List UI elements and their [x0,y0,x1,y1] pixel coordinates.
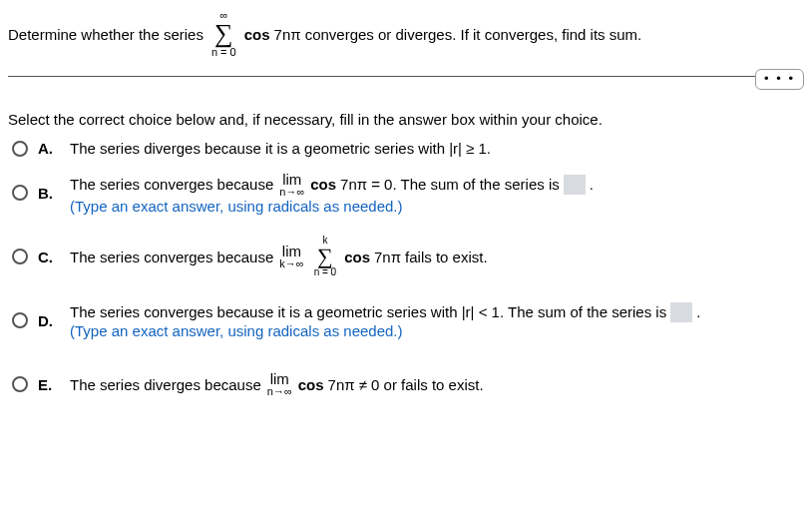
choice-c-content: The series converges because lim k→∞ k ∑… [70,236,804,277]
hint-d: (Type an exact answer, using radicals as… [70,322,804,339]
choice-e: E. The series diverges because lim n→∞ c… [8,356,804,412]
limit-c: lim k→∞ [279,244,303,269]
divider [8,76,804,77]
label-d: D. [38,312,60,329]
term-arg: 7nπ [274,26,301,43]
radio-e[interactable] [12,376,28,392]
radio-d[interactable] [12,312,28,328]
limit-e: lim n→∞ [267,371,292,397]
choice-e-content: The series diverges because lim n→∞ cos … [70,371,804,397]
choice-a: A. The series diverges because it is a g… [8,140,804,157]
choice-b-content: The series converges because lim n→∞ cos… [70,172,804,215]
answer-box-b[interactable] [564,175,586,195]
prompt-post: converges or diverges. If it converges, … [305,26,642,43]
sigma-notation: ∞ ∑ n = 0 [211,10,236,58]
prompt-pre: Determine whether the series [8,26,203,43]
more-button[interactable]: • • • [755,69,804,90]
choice-a-text: The series diverges because it is a geom… [70,140,804,157]
choice-d-content: The series converges because it is a geo… [70,302,804,339]
choice-c: C. The series converges because lim k→∞ … [8,229,804,284]
question-prompt: Determine whether the series ∞ ∑ n = 0 c… [8,10,804,58]
label-a: A. [38,140,60,157]
label-b: B. [38,185,60,202]
instructions: Select the correct choice below and, if … [8,111,804,128]
limit-b: lim n→∞ [279,172,304,198]
answer-box-d[interactable] [670,302,692,322]
sigma-c: k ∑ n = 0 [314,236,337,277]
radio-b[interactable] [12,185,28,201]
choice-d: D. The series converges because it is a … [8,292,804,348]
label-e: E. [38,376,60,393]
hint-b: (Type an exact answer, using radicals as… [70,198,804,215]
label-c: C. [38,249,60,265]
radio-c[interactable] [12,249,28,264]
term-cos: cos [244,26,270,43]
radio-a[interactable] [12,141,28,157]
choice-b: B. The series converges because lim n→∞ … [8,165,804,221]
